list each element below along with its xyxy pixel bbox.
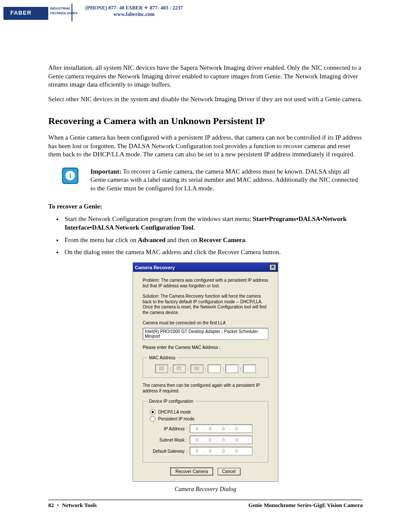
page-number: 82: [48, 502, 54, 508]
dialog-problem: Problem: The camera was configured with …: [143, 278, 268, 289]
para-2: Select other NIC devices in the system a…: [48, 95, 363, 104]
footer-left: 82 • Network Tools: [48, 502, 97, 509]
radio-icon: [150, 416, 156, 422]
steps-list: Start the Network Configuration program …: [63, 215, 363, 256]
list-item: From the menu bar click on Advanced and …: [63, 236, 363, 244]
close-icon[interactable]: ✕: [269, 264, 276, 271]
dialog-figure: Camera Recovery ✕ Problem: The camera wa…: [48, 262, 363, 493]
url-line: www.faberinc.com: [85, 11, 183, 18]
ip-address-field[interactable]: 0. 0. 0. 0: [190, 424, 252, 433]
logo-sub2: TECHNOLOGIES: [50, 11, 78, 15]
mac-octet: 00: [155, 364, 168, 373]
dialog-titlebar: Camera Recovery ✕: [133, 263, 278, 272]
section-heading: Recovering a Camera with an Unknown Pers…: [48, 115, 363, 127]
mac-prompt: Please enter the Camera MAC Address :: [143, 345, 268, 351]
para-1: After installation, all system NIC devic…: [48, 64, 363, 89]
page-header: FABER INDUSTRIAL TECHNOLOGIES (PHONE) 87…: [0, 0, 411, 29]
adapter-field[interactable]: Intel(R) PRO/1000 GT Desktop Adapter - P…: [143, 328, 268, 340]
radio-persistent[interactable]: Persistent IP mode: [150, 416, 264, 422]
page-content: After installation, all system NIC devic…: [0, 29, 411, 493]
logo-main-text: FABER: [10, 9, 31, 16]
ip-legend: Device IP configuration: [147, 399, 195, 404]
footer-right: Genie Monochrome Series-GigE Vision Came…: [248, 502, 363, 509]
radio-dhcp[interactable]: DHCP/LLA mode: [150, 409, 264, 415]
page-footer: 82 • Network Tools Genie Monochrome Seri…: [48, 500, 363, 509]
subnet-label: Subnet Mask :: [147, 438, 187, 442]
ip-address-label: IP Address :: [147, 426, 187, 431]
mac-octet-input[interactable]: [243, 364, 256, 373]
important-note: Important: To recover a Genie camera, th…: [48, 168, 363, 193]
logo: FABER INDUSTRIAL TECHNOLOGIES: [3, 3, 72, 22]
radio-icon: [150, 409, 156, 415]
subnet-field[interactable]: 0. 0. 0. 0: [190, 436, 252, 444]
gateway-label: Default Gateway :: [147, 449, 187, 454]
camera-recovery-dialog: Camera Recovery ✕ Problem: The camera wa…: [133, 262, 278, 482]
mac-legend: MAC Address: [147, 355, 177, 360]
dialog-solution: Solution: The Camera Recovery function w…: [143, 294, 268, 315]
mac-address-group: MAC Address 00: 01: 0d: : :: [143, 355, 268, 378]
list-item: Start the Network Configuration program …: [63, 215, 363, 232]
mac-octet-input[interactable]: [208, 364, 221, 373]
important-label: Important:: [90, 168, 121, 175]
mac-octet: 0d: [190, 364, 203, 373]
important-text: Important: To recover a Genie camera, th…: [90, 168, 363, 193]
mac-octet: 01: [173, 364, 186, 373]
para-3: When a Genie camera has been configured …: [48, 134, 363, 159]
device-ip-group: Device IP configuration DHCP/LLA mode Pe…: [143, 399, 268, 463]
footer-section: Network Tools: [62, 502, 97, 508]
header-contact: (PHONE) 877- 40 FABER ✧ 877- 403 - 2237 …: [85, 5, 183, 18]
dialog-lla-note: Camera must be connected on the first LL…: [143, 320, 268, 326]
recover-camera-button[interactable]: Recover Camera: [171, 468, 213, 475]
persist-note: The camera then can be configured again …: [143, 383, 268, 394]
sub-heading: To recover a Genie:: [48, 203, 363, 210]
gateway-field[interactable]: 0. 0. 0. 0: [190, 447, 252, 455]
dialog-title: Camera Recovery: [135, 265, 175, 270]
mac-octet-input[interactable]: [225, 364, 238, 373]
list-item: On the dialog enter the camera MAC addre…: [63, 248, 363, 256]
phone-line: (PHONE) 877- 40 FABER ✧ 877- 403 - 2237: [85, 5, 183, 11]
info-icon: [62, 168, 78, 184]
cancel-button[interactable]: Cancel: [218, 468, 240, 475]
figure-caption: Camera Recovery Dialog: [48, 486, 363, 493]
logo-sub1: INDUSTRIAL: [50, 6, 71, 10]
